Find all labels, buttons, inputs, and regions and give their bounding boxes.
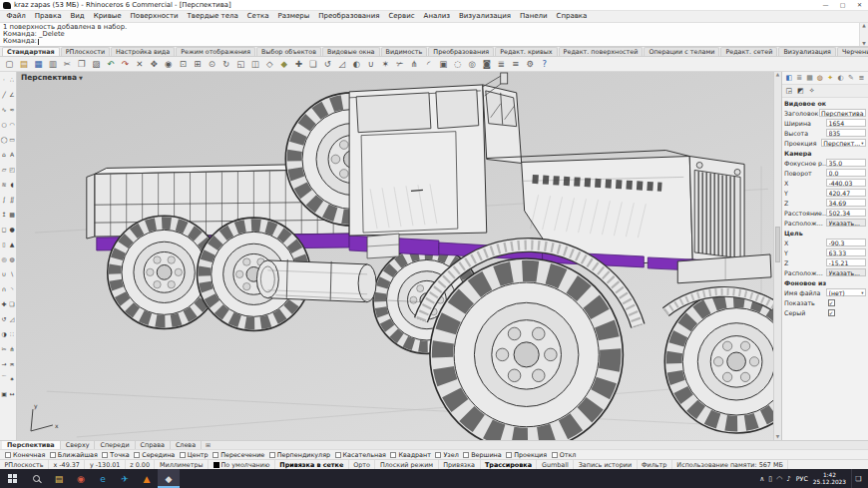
boolean-union-icon[interactable]: ∪ — [0, 266, 8, 281]
explode-icon[interactable]: ✶ — [378, 58, 393, 71]
toolbar-group-tab[interactable]: РПлоскости — [61, 47, 110, 57]
delete-icon[interactable]: ✕ — [133, 58, 148, 71]
rotate-view-icon[interactable]: ↻ — [219, 58, 234, 71]
join-icon[interactable]: ∪ — [364, 58, 379, 71]
notes-tab[interactable]: ✎ — [846, 73, 855, 83]
viewport-title[interactable]: Перспектива ▼ — [21, 73, 83, 82]
checkbox[interactable] — [5, 452, 11, 458]
loft-icon[interactable]: ≋ — [0, 177, 8, 192]
ellipse-icon[interactable]: ◯ — [0, 132, 8, 147]
ortho-toggle[interactable]: Орто — [349, 460, 376, 469]
scroll-up-icon[interactable]: ▲ — [776, 72, 779, 78]
layer-pane[interactable]: По умолчанию — [209, 460, 275, 469]
torus-icon[interactable]: ◍ — [8, 251, 16, 266]
four-viewports-icon[interactable]: ◱ — [233, 58, 248, 71]
layers-tab[interactable]: ≣ — [794, 73, 803, 83]
patch-icon[interactable]: ▩ — [8, 207, 16, 222]
sweep1-icon[interactable]: ∫ — [0, 192, 8, 207]
osnap-intersection[interactable]: Пересечение — [213, 451, 264, 459]
grid-snap-toggle[interactable]: Привязка в сетке — [275, 460, 349, 469]
object-properties-icon[interactable]: ≡ — [509, 58, 524, 71]
materials-tab[interactable]: ◍ — [815, 73, 824, 83]
cut-icon[interactable]: ✂ — [60, 58, 75, 71]
render-tab[interactable]: ◐ — [836, 73, 845, 83]
trim-icon[interactable]: ✃ — [393, 58, 408, 71]
checkbox[interactable] — [269, 452, 275, 458]
scroll-up-icon[interactable]: ▲ — [862, 23, 865, 28]
scale-icon[interactable]: ◿ — [335, 58, 350, 71]
fillet-edge-icon[interactable]: ◝ — [8, 281, 16, 296]
surface-icon[interactable]: ▱ — [0, 162, 8, 177]
revolve-icon[interactable]: ◖ — [8, 177, 16, 192]
toolbar-group-tab[interactable]: Операции с телами — [644, 47, 719, 57]
pan-view-icon[interactable]: ✥ — [147, 58, 162, 71]
curve-points-icon[interactable]: ≈ — [8, 102, 16, 117]
toolbar-group-tab[interactable]: Режим отображения — [176, 47, 255, 57]
menu-help[interactable]: Справка — [552, 11, 592, 22]
toolbar-group-tab[interactable]: Редакт. кривых — [495, 47, 557, 57]
history-toggle[interactable]: Запись истории — [574, 460, 637, 469]
offset-icon[interactable]: ≍ — [8, 356, 16, 371]
osnap-project[interactable]: Проекция — [506, 451, 547, 459]
maximize-button[interactable]: ▢ — [834, 0, 851, 10]
undo-icon[interactable]: ↶ — [104, 58, 119, 71]
osnap-end[interactable]: Конечная — [5, 451, 45, 459]
copy-icon[interactable]: ❏ — [8, 296, 16, 311]
scale-icon[interactable]: ◿ — [8, 311, 16, 326]
scroll-down-icon[interactable]: ▼ — [862, 41, 865, 46]
fillet-icon[interactable]: ◜ — [422, 58, 437, 71]
menu-edit[interactable]: Правка — [30, 11, 66, 22]
print-icon[interactable]: ▥ — [46, 58, 61, 71]
viewport-canvas[interactable]: x y — [17, 72, 773, 440]
checkbox[interactable] — [390, 452, 396, 458]
file-explorer-icon[interactable]: ▤ — [48, 469, 70, 488]
shaded-display-icon[interactable]: ◆ — [277, 58, 292, 71]
curve-icon[interactable]: ∿ — [0, 102, 8, 117]
lights-tab[interactable]: ✦ — [826, 73, 835, 83]
menu-transform[interactable]: Преобразования — [314, 11, 384, 22]
osnap-toggle[interactable]: Привязка — [439, 460, 481, 469]
group-icon[interactable]: ▣ — [436, 58, 451, 71]
telegram-icon[interactable]: ✈ — [114, 469, 136, 488]
zoom-dynamic-icon[interactable]: ◉ — [162, 58, 177, 71]
menu-curves[interactable]: Кривые — [89, 11, 126, 22]
cplane-pane[interactable]: РПлоскость — [0, 460, 49, 469]
toolbar-group-tab[interactable]: Черчение — [837, 47, 868, 57]
paste-icon[interactable]: ▨ — [89, 58, 104, 71]
toolbar-group-tab[interactable]: Настройка вида — [111, 47, 175, 57]
wireframe-display-icon[interactable]: ◇ — [262, 58, 277, 71]
checkbox[interactable] — [134, 452, 140, 458]
light-props-button[interactable]: ✧ — [807, 86, 817, 96]
move-icon[interactable]: ✚ — [291, 58, 306, 71]
save-icon[interactable]: ▦ — [31, 58, 46, 71]
osnap-near[interactable]: Ближайшая — [50, 451, 98, 459]
scrollbar-thumb[interactable] — [775, 227, 780, 262]
boolean-difference-icon[interactable]: ∖ — [8, 266, 16, 281]
toolbar-group-tab[interactable]: Видовые окна — [322, 47, 380, 57]
viewport-perspective[interactable]: x y Перспектива ▼ ▲ ▼ — [17, 72, 781, 440]
toolbar-group-tab[interactable]: Преобразования — [428, 47, 494, 57]
checkbox[interactable] — [50, 452, 56, 458]
gumball-toggle[interactable]: Gumball — [537, 460, 574, 469]
checkbox[interactable] — [506, 452, 512, 458]
command-area[interactable]: 1 поверхность добавлена в набор.Команда:… — [0, 23, 868, 47]
viewport-props-button[interactable]: ◲ — [784, 86, 794, 96]
viewport-tab-right[interactable]: Справа — [136, 441, 171, 449]
corner-surface-icon[interactable]: ◰ — [8, 162, 16, 177]
mirror-icon[interactable]: ◑ — [0, 326, 8, 341]
checkbox[interactable] — [335, 452, 341, 458]
help-icon[interactable]: ? — [538, 58, 553, 71]
zoom-window-icon[interactable]: ⊡ — [176, 58, 191, 71]
panel-menu-icon[interactable]: ≡ — [857, 73, 866, 83]
polyline-icon[interactable]: ∠ — [8, 87, 16, 102]
sweep2-icon[interactable]: ∬ — [8, 192, 16, 207]
array-icon[interactable]: ∷ — [8, 326, 16, 341]
osnap-point[interactable]: Точка — [102, 451, 129, 459]
split-icon[interactable]: ⋔ — [8, 341, 16, 356]
zoom-selected-icon[interactable]: ⊙ — [205, 58, 219, 71]
battery-icon[interactable]: ▯ — [768, 475, 772, 483]
smarttrack-toggle[interactable]: Трассировка — [481, 460, 538, 469]
start-button[interactable] — [0, 469, 24, 488]
menu-mesh[interactable]: Сетка — [242, 11, 273, 22]
osnap-disable[interactable]: Откл — [552, 451, 577, 459]
